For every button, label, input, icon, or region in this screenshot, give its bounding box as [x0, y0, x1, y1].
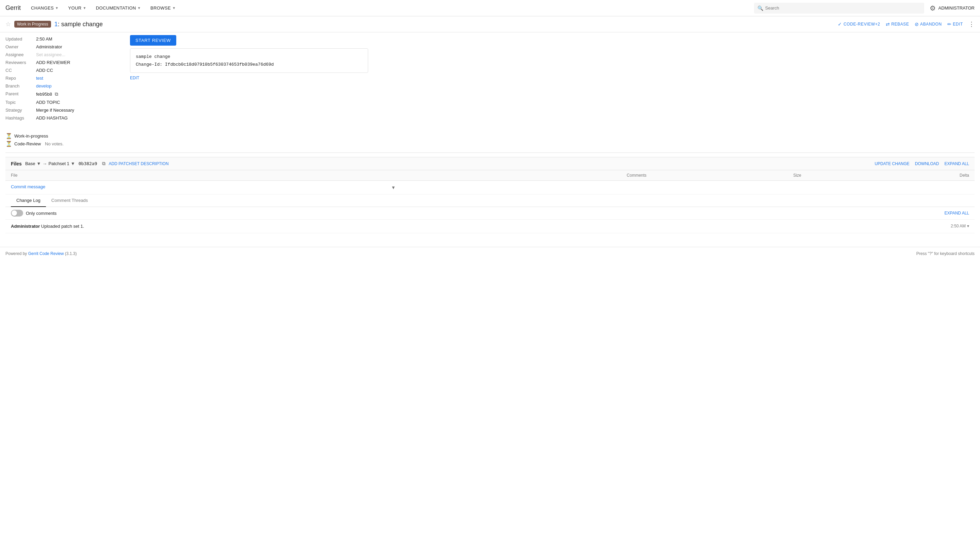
star-icon[interactable]: ☆ — [5, 20, 11, 28]
nav-changes[interactable]: CHANGES ▼ — [26, 0, 63, 17]
files-header: Files Base ▼ → Patchset 1 ▼ 0b382a9 ⧉ AD… — [5, 157, 975, 170]
hashtags-row: Hashtags ADD HASHTAG — [5, 116, 87, 121]
base-label: Base — [25, 161, 35, 166]
rebase-label: REBASE — [891, 22, 909, 26]
patchset-dropdown-icon[interactable]: ▼ — [71, 161, 75, 166]
nav-your-arrow: ▼ — [82, 6, 86, 10]
base-dropdown-icon[interactable]: ▼ — [37, 161, 41, 166]
tab-change-log[interactable]: Change Log — [11, 194, 46, 207]
code-review-action[interactable]: ✓ CODE-REVIEW+2 — [838, 22, 880, 27]
arrow-right-icon: → — [42, 161, 47, 167]
nav-changes-arrow: ▼ — [55, 6, 59, 10]
files-title: Files — [11, 161, 22, 167]
update-change-link[interactable]: UPDATE CHANGE — [874, 161, 909, 166]
owner-label: Owner — [5, 44, 36, 50]
log-entry-text: Administrator Uploaded patch set 1. — [11, 224, 84, 229]
description-line1: sample change — [136, 54, 362, 59]
add-cc-link[interactable]: ADD CC — [36, 68, 53, 73]
description-box: sample change Change-Id: Ifdbcb0c18d0791… — [130, 48, 368, 73]
copy-icon[interactable]: ⧉ — [55, 91, 58, 97]
checkmark-icon: ✓ — [838, 22, 842, 27]
only-comments-toggle[interactable] — [11, 210, 23, 217]
tab-comment-threads[interactable]: Comment Threads — [46, 194, 93, 207]
vote-wip-label: Work-in-progress — [14, 134, 48, 139]
wip-badge: Work in Progress — [14, 21, 51, 28]
footer: Powered by Gerrit Code Review (3.1.3) Pr… — [0, 247, 980, 260]
nav-documentation[interactable]: DOCUMENTATION ▼ — [91, 0, 146, 17]
add-reviewer-link[interactable]: ADD REVIEWER — [36, 60, 70, 65]
files-section: Files Base ▼ → Patchset 1 ▼ 0b382a9 ⧉ AD… — [5, 157, 975, 233]
file-comments-cell — [400, 181, 652, 194]
edit-action[interactable]: ✏ EDIT — [947, 22, 963, 27]
abandon-action[interactable]: ⊘ ABANDON — [915, 22, 942, 27]
nav-browse[interactable]: BROWSE ▼ — [146, 0, 180, 17]
files-table-header-row: File Comments Size Delta — [5, 170, 975, 181]
toggle-wrap: Only comments — [11, 210, 56, 217]
assignee-label: Assignee — [5, 52, 36, 57]
parent-hash: feb95b8 — [36, 92, 52, 97]
vote-codereview-row: ⏳ Code-Review No votes. — [5, 141, 87, 147]
repo-row: Repo test — [5, 76, 87, 81]
file-col-header: File — [5, 170, 400, 181]
add-topic-link[interactable]: ADD TOPIC — [36, 100, 60, 105]
branch-link[interactable]: develop — [36, 83, 52, 89]
search-bar[interactable]: 🔍 — [754, 3, 924, 13]
reviewers-row: Reviewers ADD REVIEWER — [5, 60, 87, 65]
expand-all-files-link[interactable]: EXPAND ALL — [945, 161, 969, 166]
metadata-list: Updated 2:50 AM Owner Administrator Assi… — [5, 32, 87, 127]
files-table-head: File Comments Size Delta — [5, 170, 975, 181]
main-content: Updated 2:50 AM Owner Administrator Assi… — [0, 32, 980, 239]
gear-icon[interactable]: ⚙ — [930, 4, 936, 12]
log-entry-user: Administrator — [11, 224, 40, 229]
add-patchset-desc-link[interactable]: ADD PATCHSET DESCRIPTION — [109, 161, 169, 166]
reviewers-label: Reviewers — [5, 60, 36, 65]
commit-message-link[interactable]: Commit message — [11, 184, 45, 189]
expand-all-log-link[interactable]: EXPAND ALL — [945, 211, 969, 215]
app-logo: Gerrit — [5, 5, 21, 12]
topic-label: Topic — [5, 100, 36, 105]
updated-label: Updated — [5, 36, 36, 41]
updated-value: 2:50 AM — [36, 36, 53, 41]
nav-docs-label: DOCUMENTATION — [96, 5, 136, 10]
download-link[interactable]: DOWNLOAD — [915, 161, 939, 166]
branch-label: Branch — [5, 83, 36, 89]
log-expand-icon[interactable]: ▾ — [967, 224, 969, 228]
hashtags-label: Hashtags — [5, 116, 36, 121]
size-col-header: Size — [652, 170, 807, 181]
nav-your-label: YOUR — [68, 5, 81, 10]
repo-link[interactable]: test — [36, 76, 43, 81]
nav-docs-arrow: ▼ — [137, 6, 141, 10]
files-table: File Comments Size Delta Commit message … — [5, 170, 975, 194]
footer-gerrit-link[interactable]: Gerrit Code Review — [28, 251, 64, 256]
search-input[interactable] — [765, 5, 921, 10]
description-edit-link[interactable]: EDIT — [130, 76, 139, 80]
vote-codereview-label: Code-Review — [14, 141, 41, 146]
rebase-action[interactable]: ⇄ REBASE — [886, 22, 909, 27]
more-options-icon[interactable]: ⋮ — [968, 20, 975, 28]
topic-row: Topic ADD TOPIC — [5, 100, 87, 105]
footer-keyboard-hint: Press "?" for keyboard shortcuts — [916, 251, 975, 256]
change-title: 1: sample change — [54, 21, 103, 28]
patchset-selector: Base ▼ → Patchset 1 ▼ — [25, 161, 75, 167]
parent-row: Parent feb95b8 ⧉ — [5, 91, 87, 97]
copy-hash-icon[interactable]: ⧉ — [102, 161, 106, 167]
add-hashtag-link[interactable]: ADD HASHTAG — [36, 116, 68, 121]
nav-your[interactable]: YOUR ▼ — [63, 0, 91, 17]
owner-value: Administrator — [36, 44, 62, 50]
file-expand-icon[interactable]: ▾ — [392, 184, 395, 191]
assignee-placeholder[interactable]: Set assignee... — [36, 52, 65, 57]
log-entry: Administrator Uploaded patch set 1. 2:50… — [5, 220, 975, 233]
tabs-row: Change Log Comment Threads — [5, 194, 975, 207]
parent-value: feb95b8 ⧉ — [36, 91, 58, 97]
only-comments-label: Only comments — [26, 211, 56, 216]
cc-row: CC ADD CC — [5, 68, 87, 73]
start-review-button[interactable]: START REVIEW — [130, 35, 176, 46]
cc-label: CC — [5, 68, 36, 73]
delta-col-header: Delta — [807, 170, 975, 181]
patchset-label: Patchset 1 — [48, 161, 69, 166]
page-header-right: ✓ CODE-REVIEW+2 ⇄ REBASE ⊘ ABANDON ✏ EDI… — [838, 20, 975, 28]
footer-powered-by: Powered by Gerrit Code Review (3.1.3) — [5, 251, 77, 256]
footer-version: (3.1.3) — [65, 251, 77, 256]
change-id-link[interactable]: 1 — [54, 21, 58, 28]
search-icon: 🔍 — [757, 5, 763, 11]
